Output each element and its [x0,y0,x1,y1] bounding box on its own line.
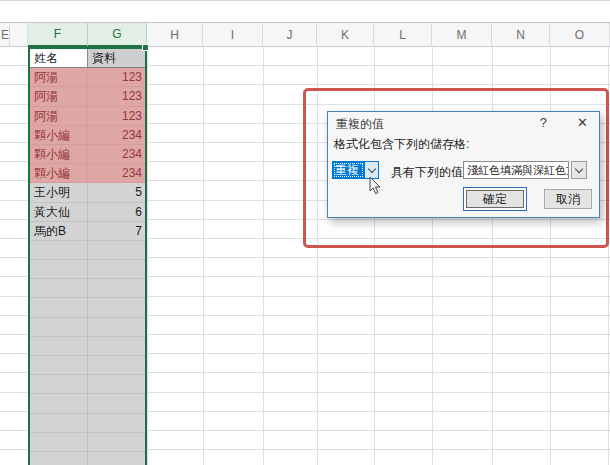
ok-button-face[interactable]: 確定 [466,190,524,208]
with-values-label: 具有下列的值 [391,164,463,181]
cell-value[interactable] [88,375,145,393]
column-header-g[interactable]: G [88,23,147,47]
grid-vline [203,47,204,465]
column-header-l[interactable]: L [374,23,432,47]
column-header-o[interactable]: O [550,23,610,47]
cell-value[interactable]: 123 [88,107,145,125]
cancel-button[interactable]: 取消 [544,189,592,209]
cell-name[interactable]: 姓名 [30,49,88,67]
column-header-h[interactable]: H [147,23,203,47]
table-row[interactable] [30,394,145,413]
table-row[interactable] [30,241,145,260]
table-row[interactable] [30,260,145,279]
cell-name[interactable] [30,298,88,316]
cell-name[interactable]: 顆小編 [30,145,88,163]
cell-value[interactable] [88,318,145,336]
cell-value[interactable] [88,260,145,278]
format-cells-prompt: 格式化包含下列的儲存格: [334,136,469,153]
column-header-j[interactable]: J [263,23,317,47]
table-row[interactable]: 阿湯123 [30,107,145,126]
cell-value[interactable] [88,356,145,374]
cell-name[interactable]: 阿湯 [30,107,88,125]
cell-name[interactable] [30,433,88,451]
column-header-f[interactable]: F [28,23,88,47]
chevron-down-icon [367,164,375,172]
formula-bar-strip [0,0,610,23]
cell-value[interactable]: 234 [88,126,145,144]
column-header-i[interactable]: I [203,23,263,47]
cell-value[interactable]: 234 [88,164,145,182]
cell-value[interactable] [88,298,145,316]
help-icon[interactable]: ? [540,115,547,130]
table-row[interactable]: 顆小編234 [30,164,145,183]
table-row[interactable]: 王小明5 [30,183,145,202]
grid-vline [263,47,264,465]
cell-value[interactable]: 資料 [88,49,145,67]
column-header-k[interactable]: K [317,23,374,47]
table-row[interactable] [30,337,145,356]
cell-name[interactable] [30,452,88,465]
cell-value[interactable] [88,279,145,297]
close-icon[interactable]: ✕ [577,115,588,130]
cell-name[interactable] [30,260,88,278]
dialog-title: 重複的值 [336,116,384,133]
cell-value[interactable]: 5 [88,183,145,201]
cell-name[interactable]: 顆小編 [30,164,88,182]
excel-window: EFGHIJKLMNO 姓名資料阿湯123阿湯123阿湯123顆小編234顆小編… [0,0,610,465]
table-row[interactable]: 顆小編234 [30,145,145,164]
cell-name[interactable]: 阿湯 [30,87,88,105]
cell-name[interactable] [30,241,88,259]
cell-value[interactable] [88,414,145,432]
duplicate-values-dialog: 重複的值 ? ✕ 格式化包含下列的儲存格: 重複 具有下列的值 淺紅色填滿與深紅… [327,111,600,218]
table-row[interactable]: 阿湯123 [30,68,145,87]
table-row[interactable]: 黃大仙6 [30,203,145,222]
table-row[interactable]: 姓名資料 [30,49,145,68]
cell-name[interactable]: 顆小編 [30,126,88,144]
cell-value[interactable]: 123 [88,87,145,105]
format-style-dropdown[interactable]: 淺紅色填滿與深紅色文字 [463,161,569,179]
cell-value[interactable] [88,433,145,451]
cell-name[interactable]: 阿湯 [30,68,88,86]
table-row[interactable] [30,452,145,465]
table-row[interactable] [30,318,145,337]
column-header-e[interactable]: E [0,23,28,47]
table-row[interactable] [30,414,145,433]
chevron-down-icon [575,164,583,172]
cell-value[interactable]: 123 [88,68,145,86]
cell-value[interactable]: 7 [88,222,145,240]
grid-vline [147,47,148,465]
format-style-dropdown-arrow[interactable] [571,161,587,179]
cell-name[interactable] [30,375,88,393]
column-header-m[interactable]: M [432,23,492,47]
selected-range-fg[interactable]: 姓名資料阿湯123阿湯123阿湯123顆小編234顆小編234顆小編234王小明… [28,47,147,465]
table-row[interactable] [30,433,145,452]
cell-value[interactable] [88,394,145,412]
cell-name[interactable]: 馬的B [30,222,88,240]
cell-name[interactable]: 黃大仙 [30,203,88,221]
cell-value[interactable] [88,452,145,465]
cell-value[interactable] [88,241,145,259]
cell-value[interactable]: 6 [88,203,145,221]
cell-name[interactable] [30,337,88,355]
header-divider [9,23,10,47]
selection-corner-handle[interactable] [142,44,149,51]
column-header-row: EFGHIJKLMNO [0,23,610,47]
table-row[interactable] [30,356,145,375]
cell-name[interactable] [30,279,88,297]
cell-value[interactable]: 234 [88,145,145,163]
table-row[interactable] [30,375,145,394]
table-row[interactable]: 阿湯123 [30,87,145,106]
table-row[interactable]: 顆小編234 [30,126,145,145]
cell-name[interactable]: 王小明 [30,183,88,201]
column-header-n[interactable]: N [492,23,550,47]
table-row[interactable]: 馬的B7 [30,222,145,241]
table-row[interactable] [30,298,145,317]
cell-value[interactable] [88,337,145,355]
cell-name[interactable] [30,394,88,412]
cell-name[interactable] [30,414,88,432]
ok-button[interactable]: 確定 [463,187,527,211]
rule-dropdown-value[interactable]: 重複 [333,162,364,178]
cell-name[interactable] [30,318,88,336]
table-row[interactable] [30,279,145,298]
cell-name[interactable] [30,356,88,374]
